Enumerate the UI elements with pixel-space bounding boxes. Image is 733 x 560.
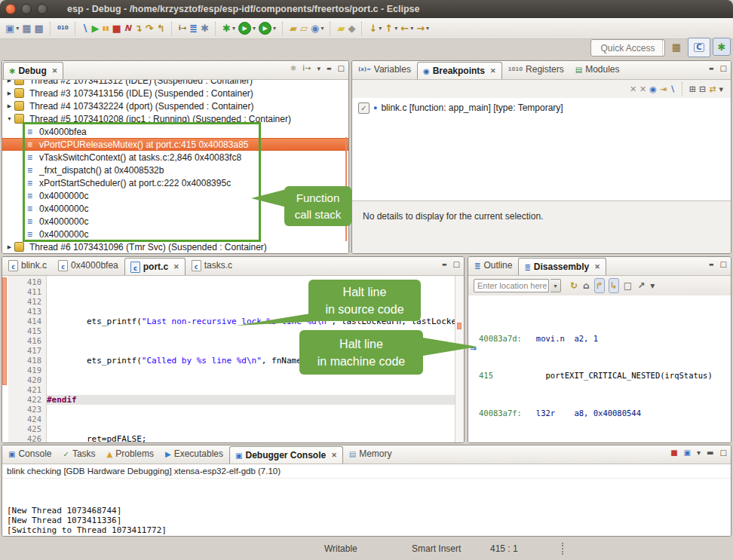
debug-tree-row[interactable]: ▼ Thread #5 1073410208 (ipc1 : Running) … bbox=[2, 112, 348, 125]
minimize-icon[interactable]: ▬ bbox=[327, 66, 332, 72]
tab-executables[interactable]: ▶ Executables bbox=[160, 446, 228, 461]
remove-all-terminated-icon[interactable]: ✱ bbox=[290, 65, 296, 72]
debug-tree-row[interactable]: ≡ vPortCPUReleaseMutex() at port.c:415 0… bbox=[2, 138, 348, 151]
view-menu-icon[interactable]: ▾ bbox=[718, 82, 724, 96]
suspend-icon[interactable]: ▮▮ bbox=[102, 20, 110, 37]
skip-all-breakpoints-icon[interactable]: ∖ bbox=[669, 82, 676, 96]
binary-build-icon[interactable]: 010 bbox=[57, 20, 69, 37]
terminate-console-icon[interactable]: ■ bbox=[670, 449, 677, 457]
expander-icon[interactable]: ▶ bbox=[6, 90, 13, 96]
maximize-button[interactable] bbox=[37, 4, 48, 14]
remove-all-breakpoints-icon[interactable]: ✕ bbox=[639, 82, 647, 96]
remove-breakpoint-icon[interactable]: ✕ bbox=[629, 82, 637, 96]
expander-icon[interactable]: ▶ bbox=[6, 103, 13, 109]
step-return-icon[interactable]: ↰ bbox=[156, 20, 166, 37]
maximize-icon[interactable]: □ bbox=[453, 261, 460, 268]
step-filters-icon[interactable]: ≣ bbox=[189, 20, 198, 37]
tab-0x4000bfea[interactable]: c 0x4000bfea bbox=[53, 258, 124, 273]
maximize-icon[interactable]: □ bbox=[720, 449, 727, 457]
display-console-icon[interactable]: ▣ bbox=[684, 449, 691, 457]
refresh-icon[interactable]: ↻ bbox=[569, 278, 578, 293]
save-all-icon[interactable]: ▩ bbox=[34, 20, 44, 37]
tab-port-c[interactable]: c port.c ✕ bbox=[124, 258, 186, 275]
console-output[interactable]: blink checking [GDB Hardware Debugging] … bbox=[2, 464, 731, 536]
maximize-icon[interactable]: □ bbox=[338, 65, 345, 72]
close-tab-icon[interactable]: ✕ bbox=[594, 263, 600, 271]
breakpoint-action-icon[interactable]: ✱ bbox=[200, 20, 210, 37]
pin-view-icon[interactable]: ↗ bbox=[636, 278, 646, 293]
skip-all-breakpoints-icon[interactable]: ∖ bbox=[81, 20, 90, 37]
close-tab-icon[interactable]: ✕ bbox=[331, 451, 337, 459]
step-over-icon[interactable]: ↷ bbox=[145, 20, 155, 37]
close-button[interactable] bbox=[5, 4, 16, 14]
sync-context-icon[interactable]: ↱ bbox=[594, 278, 605, 293]
resume-icon[interactable]: ▶ bbox=[91, 20, 100, 37]
link-with-debug-icon[interactable]: ⇄ bbox=[708, 82, 716, 96]
new-view-icon[interactable]: □ bbox=[623, 278, 633, 293]
close-tab-icon[interactable]: ✕ bbox=[52, 67, 58, 75]
track-expression-icon[interactable]: ↳ bbox=[609, 278, 619, 293]
debug-tree-row[interactable]: ▶ Thread #2 1073411312 (IDLE) (Suspended… bbox=[2, 80, 348, 87]
annotation-icon[interactable]: ◆ bbox=[347, 20, 356, 37]
quick-access-button[interactable]: Quick Access bbox=[590, 39, 665, 57]
debug-tree-row[interactable]: ≡ 0x4000bfea bbox=[2, 125, 348, 138]
expander-icon[interactable]: ▶ bbox=[6, 80, 13, 84]
back-icon[interactable]: ← ▾ bbox=[400, 20, 414, 37]
close-tab-icon[interactable]: ✕ bbox=[490, 67, 496, 75]
instruction-stepping-icon[interactable]: i→ bbox=[178, 20, 188, 37]
debug-tree-row[interactable]: ≡ vTaskSwitchContext() at tasks.c:2,846 … bbox=[2, 151, 348, 164]
expander-icon[interactable]: ▶ bbox=[6, 244, 13, 250]
minimize-icon[interactable]: ▬ bbox=[709, 262, 714, 268]
minimize-icon[interactable]: ▬ bbox=[707, 449, 713, 457]
tab-outline[interactable]: ≣ Outline bbox=[469, 258, 517, 273]
instruction-stepping-toggle-icon[interactable]: i→ bbox=[302, 65, 311, 72]
view-menu-icon[interactable]: ▾ bbox=[649, 278, 655, 293]
run-icon[interactable]: ▶ ▾ bbox=[238, 20, 256, 37]
tab-registers[interactable]: 1010 Registers bbox=[503, 62, 569, 77]
c-cpp-perspective-icon[interactable]: C bbox=[688, 38, 710, 57]
debug-tree-row[interactable]: ▶ Thread #3 1073413156 (IDLE) (Suspended… bbox=[2, 87, 348, 99]
forward-icon[interactable]: → ▾ bbox=[416, 20, 430, 37]
debug-icon[interactable]: ✱ ▾ bbox=[222, 20, 236, 37]
tab-console[interactable]: ▣ Console bbox=[3, 446, 57, 461]
tab-problems[interactable]: ▲ Problems bbox=[102, 446, 159, 461]
tab-modules[interactable]: ▤ Modules bbox=[570, 62, 625, 77]
console-menu-icon[interactable]: ▾ bbox=[697, 449, 701, 457]
open-resource-icon[interactable]: ▱ bbox=[299, 20, 308, 37]
disassembly-listing[interactable]: 40083a7d: movi.n a2, 1 415 portEXIT_CRIT… bbox=[468, 295, 731, 442]
search-icon[interactable]: ◉ ▾ bbox=[310, 20, 324, 37]
debug-tree-row[interactable]: ▶ Thread #4 1073432224 (dport) (Suspende… bbox=[2, 99, 348, 112]
save-icon[interactable]: ▦ bbox=[21, 20, 32, 37]
view-menu-icon[interactable]: ▾ bbox=[317, 66, 320, 72]
expand-all-icon[interactable]: ⊞ bbox=[689, 82, 697, 96]
terminate-icon[interactable]: ■ bbox=[111, 20, 121, 37]
debug-tree-row[interactable]: ≡ 0x4000000c bbox=[2, 228, 348, 240]
tab-memory[interactable]: ▤ Memory bbox=[344, 446, 397, 461]
open-type-icon[interactable]: ▰ bbox=[289, 20, 298, 37]
debug-tree-row[interactable]: ▶ Thread #6 1073431096 (Tmr Svc) (Suspen… bbox=[2, 240, 348, 253]
expander-icon[interactable]: ▼ bbox=[6, 116, 13, 121]
tab-breakpoints[interactable]: ◉ Breakpoints ✕ bbox=[417, 62, 502, 79]
status-drag-handle[interactable] bbox=[562, 543, 563, 555]
minimize-icon[interactable]: ▬ bbox=[709, 66, 714, 72]
collapse-all-icon[interactable]: ⊟ bbox=[698, 82, 707, 96]
tab-tasks-c[interactable]: c tasks.c bbox=[186, 258, 238, 273]
show-supported-breakpoints-icon[interactable]: ◉ bbox=[649, 82, 658, 96]
tab-debugger-console[interactable]: ▣ Debugger Console ✕ bbox=[229, 446, 343, 464]
last-edit-location-icon[interactable]: ↓ ▾ bbox=[368, 20, 382, 37]
close-tab-icon[interactable]: ✕ bbox=[173, 263, 179, 271]
tab-variables[interactable]: (x)= Variables bbox=[353, 62, 416, 77]
new-wizard-icon[interactable]: ▣ ▾ bbox=[5, 20, 20, 37]
breakpoint-checkbox[interactable]: ✓ bbox=[358, 103, 370, 114]
tab-disassembly[interactable]: ≣ Disassembly ✕ bbox=[518, 258, 606, 275]
location-dropdown-icon[interactable]: ▼ bbox=[551, 279, 561, 292]
location-input[interactable]: Enter location here bbox=[474, 279, 549, 292]
home-icon[interactable]: ⌂ bbox=[582, 278, 590, 293]
step-into-icon[interactable]: ↴ bbox=[133, 20, 143, 37]
open-perspective-icon[interactable]: ▦ bbox=[667, 38, 685, 56]
maximize-icon[interactable]: □ bbox=[720, 65, 727, 72]
external-tools-icon[interactable]: ▶ ▾ bbox=[258, 20, 277, 37]
go-to-file-icon[interactable]: ⇥ bbox=[659, 82, 667, 96]
tab-tasks[interactable]: ✓ Tasks bbox=[57, 446, 100, 461]
disconnect-icon[interactable]: N bbox=[124, 20, 132, 37]
